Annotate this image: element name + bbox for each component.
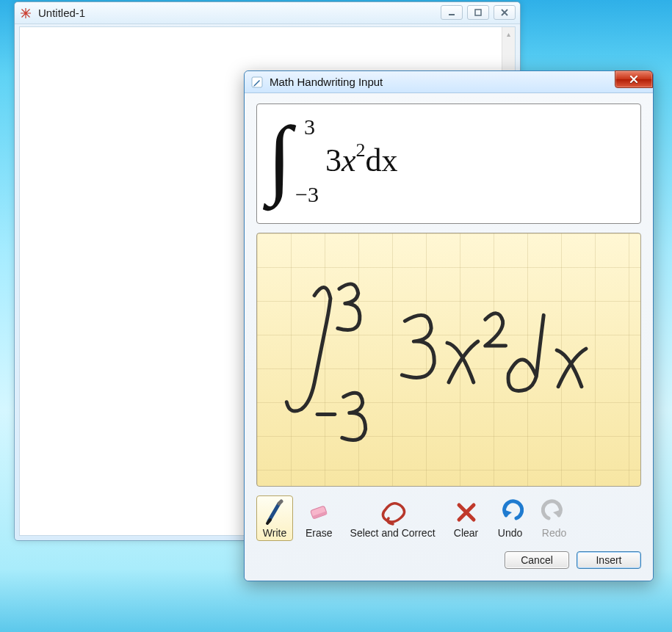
recognition-preview: ∫ 3 −3 3x2dx bbox=[256, 103, 641, 224]
erase-tool[interactable]: Erase bbox=[300, 495, 338, 541]
undo-label: Undo bbox=[498, 527, 522, 539]
stylus-icon bbox=[250, 76, 264, 89]
integral-lower-limit: −3 bbox=[295, 182, 319, 207]
cancel-label: Cancel bbox=[521, 554, 553, 566]
select-correct-label: Select and Correct bbox=[350, 527, 436, 539]
math-window-title: Math Handwriting Input bbox=[270, 76, 383, 88]
pen-icon bbox=[261, 499, 288, 526]
svg-rect-1 bbox=[475, 10, 481, 15]
clear-label: Clear bbox=[454, 527, 478, 539]
erase-label: Erase bbox=[306, 527, 333, 539]
math-input-window: Math Handwriting Input ∫ 3 −3 3x2dx bbox=[244, 70, 654, 581]
integral-sign: ∫ bbox=[267, 123, 292, 193]
tool-toolbar: Write Erase Select and Correct Clear bbox=[256, 495, 641, 541]
integral-upper-limit: 3 bbox=[304, 115, 315, 139]
handwriting-canvas[interactable] bbox=[256, 233, 641, 487]
close-button[interactable] bbox=[615, 70, 653, 88]
minimize-button[interactable] bbox=[441, 5, 463, 20]
dialog-action-bar: Cancel Insert bbox=[256, 551, 641, 569]
cancel-button[interactable]: Cancel bbox=[505, 551, 569, 569]
undo-icon bbox=[497, 499, 524, 526]
close-button[interactable] bbox=[494, 5, 516, 20]
x-icon bbox=[453, 499, 480, 526]
lasso-icon bbox=[380, 499, 406, 526]
insert-button[interactable]: Insert bbox=[577, 551, 641, 569]
integrand-variable: x bbox=[342, 142, 356, 178]
integrand-coefficient: 3 bbox=[325, 142, 342, 178]
undo-tool[interactable]: Undo bbox=[492, 495, 529, 541]
integrand-exponent: 2 bbox=[355, 139, 365, 161]
math-titlebar[interactable]: Math Handwriting Input bbox=[245, 71, 653, 93]
differential: dx bbox=[365, 142, 397, 178]
app-icon bbox=[19, 7, 32, 20]
ink-strokes bbox=[257, 233, 640, 486]
select-correct-tool[interactable]: Select and Correct bbox=[345, 495, 441, 541]
clear-tool[interactable]: Clear bbox=[448, 495, 485, 541]
redo-label: Redo bbox=[542, 527, 566, 539]
insert-label: Insert bbox=[596, 554, 621, 566]
redo-tool[interactable]: Redo bbox=[536, 495, 573, 541]
eraser-icon bbox=[306, 499, 332, 526]
write-label: Write bbox=[263, 527, 286, 539]
maximize-button[interactable] bbox=[467, 5, 489, 20]
write-tool[interactable]: Write bbox=[256, 495, 293, 541]
redo-icon bbox=[541, 499, 568, 526]
parent-titlebar[interactable]: Untitled-1 bbox=[15, 2, 520, 24]
svg-point-0 bbox=[24, 11, 27, 14]
scroll-up-icon[interactable]: ▴ bbox=[502, 27, 515, 40]
